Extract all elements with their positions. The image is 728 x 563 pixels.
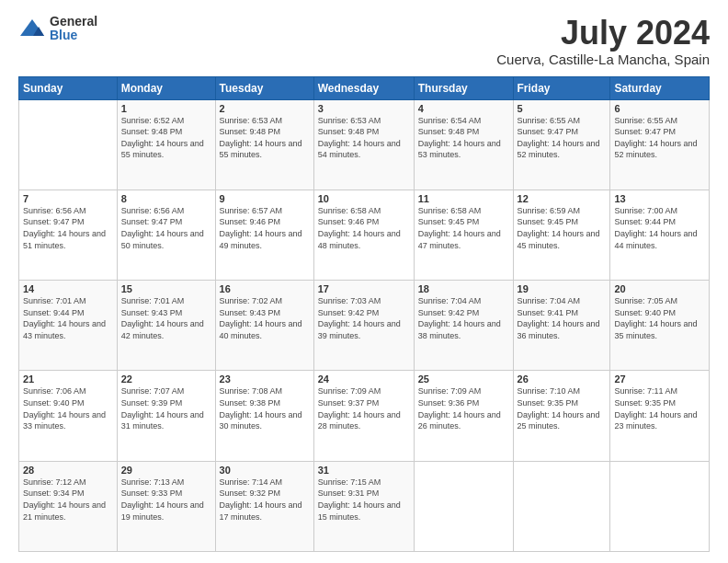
day-info: Sunrise: 7:05 AMSunset: 9:40 PMDaylight:… xyxy=(614,295,705,341)
day-info: Sunrise: 6:53 AMSunset: 9:48 PMDaylight:… xyxy=(220,115,310,161)
day-number: 8 xyxy=(121,193,211,204)
day-cell: 19Sunrise: 7:04 AMSunset: 9:41 PMDayligh… xyxy=(513,281,610,371)
week-row-3: 21Sunrise: 7:06 AMSunset: 9:40 PMDayligh… xyxy=(19,371,710,461)
day-cell: 25Sunrise: 7:09 AMSunset: 9:36 PMDayligh… xyxy=(414,371,513,461)
day-number: 12 xyxy=(518,193,607,204)
page: General Blue July 2024 Cuerva, Castille-… xyxy=(0,0,728,563)
header-row: SundayMondayTuesdayWednesdayThursdayFrid… xyxy=(19,76,710,99)
day-header-sunday: Sunday xyxy=(19,76,118,99)
day-info: Sunrise: 6:58 AMSunset: 9:45 PMDaylight:… xyxy=(418,205,509,251)
day-header-friday: Friday xyxy=(513,76,610,99)
day-number: 16 xyxy=(220,283,310,294)
day-cell: 27Sunrise: 7:11 AMSunset: 9:35 PMDayligh… xyxy=(610,371,710,461)
logo-blue-text: Blue xyxy=(50,29,97,42)
day-cell: 18Sunrise: 7:04 AMSunset: 9:42 PMDayligh… xyxy=(414,281,513,371)
day-info: Sunrise: 7:01 AMSunset: 9:43 PMDaylight:… xyxy=(121,295,211,341)
day-cell: 29Sunrise: 7:13 AMSunset: 9:33 PMDayligh… xyxy=(117,461,215,551)
day-cell xyxy=(414,461,513,551)
day-cell: 26Sunrise: 7:10 AMSunset: 9:35 PMDayligh… xyxy=(513,371,610,461)
day-info: Sunrise: 7:09 AMSunset: 9:36 PMDaylight:… xyxy=(418,385,509,431)
day-number: 1 xyxy=(121,103,211,114)
day-cell: 15Sunrise: 7:01 AMSunset: 9:43 PMDayligh… xyxy=(117,281,215,371)
day-info: Sunrise: 7:12 AMSunset: 9:34 PMDaylight:… xyxy=(23,477,113,523)
day-cell: 13Sunrise: 7:00 AMSunset: 9:44 PMDayligh… xyxy=(610,190,710,280)
day-cell: 23Sunrise: 7:08 AMSunset: 9:38 PMDayligh… xyxy=(215,371,313,461)
main-title: July 2024 xyxy=(496,15,710,52)
day-info: Sunrise: 6:58 AMSunset: 9:46 PMDaylight:… xyxy=(318,205,410,251)
day-number: 11 xyxy=(418,193,509,204)
day-number: 25 xyxy=(418,373,509,385)
logo: General Blue xyxy=(18,15,97,43)
day-cell: 8Sunrise: 6:56 AMSunset: 9:47 PMDaylight… xyxy=(117,190,215,280)
day-number: 13 xyxy=(614,193,705,204)
day-cell: 14Sunrise: 7:01 AMSunset: 9:44 PMDayligh… xyxy=(19,281,118,371)
day-cell: 20Sunrise: 7:05 AMSunset: 9:40 PMDayligh… xyxy=(610,281,710,371)
day-number: 5 xyxy=(518,103,607,114)
week-row-1: 7Sunrise: 6:56 AMSunset: 9:47 PMDaylight… xyxy=(19,190,710,280)
day-cell: 9Sunrise: 6:57 AMSunset: 9:46 PMDaylight… xyxy=(215,190,313,280)
day-number: 24 xyxy=(318,373,410,385)
day-number: 6 xyxy=(614,103,705,114)
week-row-4: 28Sunrise: 7:12 AMSunset: 9:34 PMDayligh… xyxy=(19,461,710,551)
day-info: Sunrise: 7:02 AMSunset: 9:43 PMDaylight:… xyxy=(220,295,310,341)
day-cell: 7Sunrise: 6:56 AMSunset: 9:47 PMDaylight… xyxy=(19,190,118,280)
day-header-wednesday: Wednesday xyxy=(313,76,414,99)
day-cell: 10Sunrise: 6:58 AMSunset: 9:46 PMDayligh… xyxy=(313,190,414,280)
day-number: 9 xyxy=(220,193,310,204)
day-cell: 16Sunrise: 7:02 AMSunset: 9:43 PMDayligh… xyxy=(215,281,313,371)
day-cell: 17Sunrise: 7:03 AMSunset: 9:42 PMDayligh… xyxy=(313,281,414,371)
day-info: Sunrise: 7:13 AMSunset: 9:33 PMDaylight:… xyxy=(121,477,211,523)
title-block: July 2024 Cuerva, Castille-La Mancha, Sp… xyxy=(496,15,710,67)
day-cell: 21Sunrise: 7:06 AMSunset: 9:40 PMDayligh… xyxy=(19,371,118,461)
day-info: Sunrise: 7:04 AMSunset: 9:42 PMDaylight:… xyxy=(418,295,509,341)
day-info: Sunrise: 6:53 AMSunset: 9:48 PMDaylight:… xyxy=(318,115,410,161)
day-cell: 28Sunrise: 7:12 AMSunset: 9:34 PMDayligh… xyxy=(19,461,118,551)
week-row-2: 14Sunrise: 7:01 AMSunset: 9:44 PMDayligh… xyxy=(19,281,710,371)
day-info: Sunrise: 7:14 AMSunset: 9:32 PMDaylight:… xyxy=(220,477,310,523)
day-number: 22 xyxy=(121,373,211,385)
day-number: 31 xyxy=(318,465,410,476)
day-info: Sunrise: 7:08 AMSunset: 9:38 PMDaylight:… xyxy=(220,385,310,431)
day-cell xyxy=(610,461,710,551)
day-cell: 4Sunrise: 6:54 AMSunset: 9:48 PMDaylight… xyxy=(414,99,513,190)
day-number: 21 xyxy=(23,373,113,385)
day-number: 14 xyxy=(23,283,113,294)
day-number: 10 xyxy=(318,193,410,204)
day-info: Sunrise: 6:56 AMSunset: 9:47 PMDaylight:… xyxy=(23,205,113,251)
day-info: Sunrise: 6:56 AMSunset: 9:47 PMDaylight:… xyxy=(121,205,211,251)
day-cell: 24Sunrise: 7:09 AMSunset: 9:37 PMDayligh… xyxy=(313,371,414,461)
day-info: Sunrise: 6:52 AMSunset: 9:48 PMDaylight:… xyxy=(121,115,211,161)
day-cell xyxy=(513,461,610,551)
day-cell: 22Sunrise: 7:07 AMSunset: 9:39 PMDayligh… xyxy=(117,371,215,461)
day-number: 23 xyxy=(220,373,310,385)
day-cell: 2Sunrise: 6:53 AMSunset: 9:48 PMDaylight… xyxy=(215,99,313,190)
day-cell xyxy=(19,99,118,190)
day-info: Sunrise: 7:15 AMSunset: 9:31 PMDaylight:… xyxy=(318,477,410,523)
day-number: 19 xyxy=(518,283,607,294)
week-row-0: 1Sunrise: 6:52 AMSunset: 9:48 PMDaylight… xyxy=(19,99,710,190)
day-info: Sunrise: 6:57 AMSunset: 9:46 PMDaylight:… xyxy=(220,205,310,251)
day-cell: 30Sunrise: 7:14 AMSunset: 9:32 PMDayligh… xyxy=(215,461,313,551)
day-number: 18 xyxy=(418,283,509,294)
day-info: Sunrise: 7:10 AMSunset: 9:35 PMDaylight:… xyxy=(518,385,607,431)
day-number: 3 xyxy=(318,103,410,114)
day-number: 26 xyxy=(518,373,607,385)
day-cell: 31Sunrise: 7:15 AMSunset: 9:31 PMDayligh… xyxy=(313,461,414,551)
day-cell: 12Sunrise: 6:59 AMSunset: 9:45 PMDayligh… xyxy=(513,190,610,280)
day-cell: 6Sunrise: 6:55 AMSunset: 9:47 PMDaylight… xyxy=(610,99,710,190)
day-cell: 5Sunrise: 6:55 AMSunset: 9:47 PMDaylight… xyxy=(513,99,610,190)
day-info: Sunrise: 7:11 AMSunset: 9:35 PMDaylight:… xyxy=(614,385,705,431)
day-cell: 3Sunrise: 6:53 AMSunset: 9:48 PMDaylight… xyxy=(313,99,414,190)
day-header-tuesday: Tuesday xyxy=(215,76,313,99)
day-info: Sunrise: 7:04 AMSunset: 9:41 PMDaylight:… xyxy=(518,295,607,341)
day-info: Sunrise: 6:55 AMSunset: 9:47 PMDaylight:… xyxy=(614,115,705,161)
subtitle: Cuerva, Castille-La Mancha, Spain xyxy=(496,52,710,67)
day-number: 17 xyxy=(318,283,410,294)
day-info: Sunrise: 7:00 AMSunset: 9:44 PMDaylight:… xyxy=(614,205,705,251)
day-number: 29 xyxy=(121,465,211,476)
day-number: 20 xyxy=(614,283,705,294)
day-number: 27 xyxy=(614,373,705,385)
day-info: Sunrise: 6:59 AMSunset: 9:45 PMDaylight:… xyxy=(518,205,607,251)
day-cell: 11Sunrise: 6:58 AMSunset: 9:45 PMDayligh… xyxy=(414,190,513,280)
day-info: Sunrise: 7:01 AMSunset: 9:44 PMDaylight:… xyxy=(23,295,113,341)
